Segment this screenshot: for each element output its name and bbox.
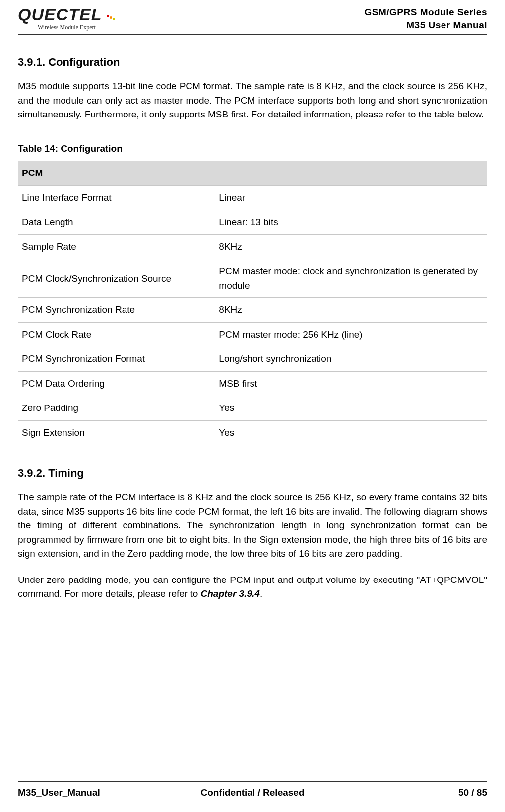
table-cell-value: PCM master mode: 256 KHz (line) [215, 322, 487, 347]
table-cell-key: Zero Padding [18, 396, 215, 421]
table-cell-value: 8KHz [215, 234, 487, 259]
table-cell-value: Long/short synchronization [215, 347, 487, 372]
para-timing-1: The sample rate of the PCM interface is … [18, 490, 487, 561]
logo-block: QUECTEL Wireless Module Expert [18, 6, 115, 31]
table-row: PCM Data OrderingMSB first [18, 371, 487, 396]
footer-right: 50 / 85 [458, 787, 487, 798]
table-row: Line Interface FormatLinear [18, 185, 487, 210]
table-cell-value: Yes [215, 396, 487, 421]
chapter-reference: Chapter 3.9.4 [201, 588, 260, 599]
heading-timing: 3.9.2. Timing [18, 465, 487, 481]
table-cell-key: PCM Clock/Synchronization Source [18, 259, 215, 298]
table-cell-key: PCM Synchronization Rate [18, 298, 215, 323]
header-series: GSM/GPRS Module Series [365, 6, 488, 19]
heading-configuration: 3.9.1. Configuration [18, 54, 487, 70]
table-row: PCM Synchronization Rate8KHz [18, 298, 487, 323]
table-head-cell: PCM [18, 161, 487, 186]
table-cell-key: Sign Extension [18, 420, 215, 445]
table-cell-value: Linear [215, 185, 487, 210]
table-row: PCM Clock/Synchronization SourcePCM mast… [18, 259, 487, 298]
footer-left: M35_User_Manual [18, 787, 100, 798]
table-row: Data LengthLinear: 13 bits [18, 210, 487, 235]
table-cell-value: 8KHz [215, 298, 487, 323]
header-right: GSM/GPRS Module Series M35 User Manual [365, 6, 488, 31]
table-cell-key: PCM Clock Rate [18, 322, 215, 347]
table-cell-value: Yes [215, 420, 487, 445]
table-head-row: PCM [18, 161, 487, 186]
table-row: PCM Synchronization FormatLong/short syn… [18, 347, 487, 372]
table-cell-key: PCM Synchronization Format [18, 347, 215, 372]
para-configuration: M35 module supports 13-bit line code PCM… [18, 79, 487, 122]
table-cell-value: PCM master mode: clock and synchronizati… [215, 259, 487, 298]
header-manual: M35 User Manual [365, 19, 488, 32]
para-timing-2b: . [260, 588, 262, 599]
table-cell-key: PCM Data Ordering [18, 371, 215, 396]
table-row: Sample Rate8KHz [18, 234, 487, 259]
para-timing-2: Under zero padding mode, you can configu… [18, 573, 487, 601]
logo: QUECTEL [18, 6, 115, 23]
table-cell-value: Linear: 13 bits [215, 210, 487, 235]
logo-main-text: QUECTEL [18, 5, 102, 24]
logo-dots-icon [106, 13, 115, 22]
page: QUECTEL Wireless Module Expert GSM/GPRS … [0, 0, 505, 812]
table-row: Sign ExtensionYes [18, 420, 487, 445]
page-footer: M35_User_Manual Confidential / Released … [18, 781, 487, 798]
table-caption: Table 14: Configuration [18, 142, 487, 156]
page-header: QUECTEL Wireless Module Expert GSM/GPRS … [18, 0, 487, 35]
logo-subtitle: Wireless Module Expert [38, 24, 115, 31]
table-cell-key: Sample Rate [18, 234, 215, 259]
page-content: 3.9.1. Configuration M35 module supports… [18, 54, 487, 601]
table-cell-key: Line Interface Format [18, 185, 215, 210]
table-row: Zero PaddingYes [18, 396, 487, 421]
table-cell-key: Data Length [18, 210, 215, 235]
configuration-table: PCM Line Interface FormatLinear Data Len… [18, 161, 487, 445]
table-row: PCM Clock RatePCM master mode: 256 KHz (… [18, 322, 487, 347]
table-cell-value: MSB first [215, 371, 487, 396]
